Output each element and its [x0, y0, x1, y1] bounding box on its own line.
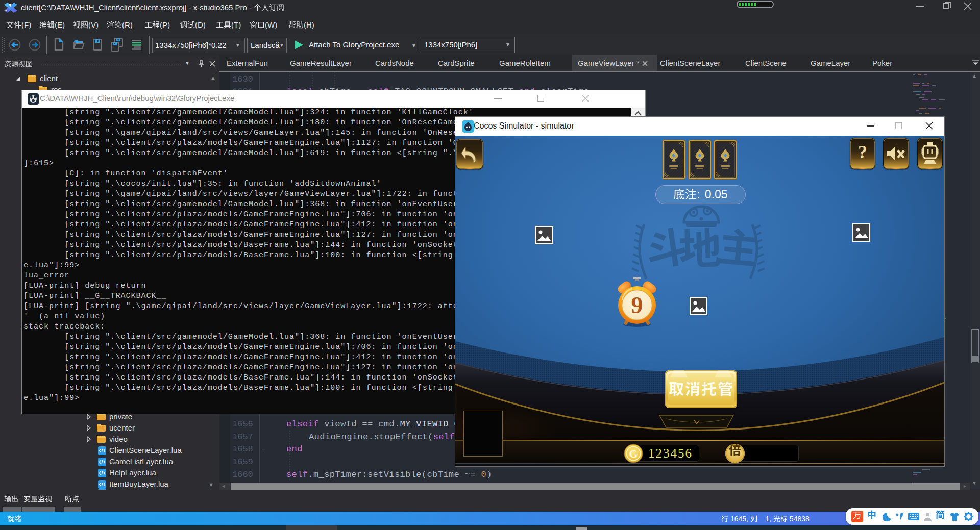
svg-text:9: 9 [631, 292, 643, 318]
svg-text:G: G [629, 447, 638, 460]
